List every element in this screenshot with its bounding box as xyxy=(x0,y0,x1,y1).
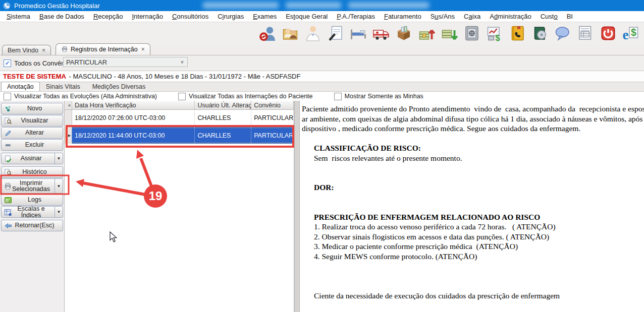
tab-bem-vindo[interactable]: Bem Vindo× xyxy=(2,45,51,55)
hist-rico-button[interactable]: Histórico xyxy=(1,166,63,178)
view-filter: Mostrar Somente as Minhas xyxy=(334,93,423,100)
cell: PARTICULAR xyxy=(251,110,294,126)
menu-item-sus-ans[interactable]: Sus/Ans xyxy=(426,12,459,21)
document-line: Sem riscos relevantes até o presente mom… xyxy=(302,153,644,163)
tab-registros-de-interna-o[interactable]: Registros de Internação× xyxy=(56,43,150,55)
svg-text:LOG: LOG xyxy=(6,200,10,202)
document-line: PRESCRIÇÃO DE ENFERMAGEM RELACIONADO AO … xyxy=(302,212,644,222)
nfe-icon[interactable]: e$ xyxy=(621,23,641,43)
patient-details: - MASCULINO - 48 Anos, 10 Meses e 18 Dia… xyxy=(67,73,300,80)
evolution-text-panel[interactable]: Paciente admitido proveniente do Pronto … xyxy=(300,101,644,312)
excluir-button[interactable]: Excluir xyxy=(1,139,63,151)
table-row[interactable]: 18/12/2020 07:26:00 UTC-03:00CHARLLESPAR… xyxy=(65,110,294,126)
stock-icon[interactable] xyxy=(394,23,414,43)
view-filter: Visualizar Todas as Evoluções (Alta Admi… xyxy=(4,93,157,100)
phonebook-icon[interactable] xyxy=(507,23,527,43)
document-line xyxy=(302,271,644,281)
convenio-filter-row: ✓ Todos os Convênios PARTICULAR ▼ xyxy=(0,55,644,71)
menu-item-faturamento[interactable]: Faturamento xyxy=(380,12,426,21)
billing-up-icon[interactable] xyxy=(416,23,437,43)
document-line xyxy=(302,134,644,144)
button-label: Retornar(Esc) xyxy=(10,222,55,229)
document-line xyxy=(302,261,644,271)
menu-item-estoque-geral[interactable]: Estoque Geral xyxy=(281,12,332,21)
checkbox[interactable] xyxy=(178,93,186,100)
button-label: Assinar xyxy=(16,155,49,162)
panel-splitter[interactable] xyxy=(294,101,300,312)
document-line: 3. Medicar o paciente conforme prescriçã… xyxy=(302,241,644,252)
patient-sync-icon[interactable] xyxy=(257,23,278,43)
all-convenios-checkbox[interactable]: ✓ xyxy=(4,59,11,67)
menu-item-interna-o[interactable]: Internação xyxy=(127,12,167,21)
doctor-icon[interactable] xyxy=(303,23,323,43)
reception-icon[interactable] xyxy=(280,23,300,43)
menu-item-administra-o[interactable]: Administração xyxy=(485,12,535,21)
print-icon xyxy=(4,182,12,190)
safe-icon[interactable] xyxy=(462,23,482,43)
delete-icon xyxy=(4,141,12,149)
printer-icon xyxy=(61,45,68,54)
view-filter: Visualizar Todas as Internações do Pacie… xyxy=(178,93,313,100)
menu-item-exames[interactable]: Exames xyxy=(248,12,281,21)
document-line: ar ambiente, com queixas de algia abdomi… xyxy=(302,114,644,124)
manual-book-icon[interactable] xyxy=(530,23,550,43)
ambulance-icon[interactable] xyxy=(371,23,391,43)
button-label: Excluir xyxy=(20,142,44,148)
menu-item-recep-o[interactable]: Recepção xyxy=(89,12,128,21)
checkbox-label: Mostrar Somente as Minhas xyxy=(345,93,423,100)
menu-item-caixa[interactable]: Caixa xyxy=(459,12,485,21)
visualizar-button[interactable]: Visualizar xyxy=(1,115,63,127)
document-line: dispositivo , medicado conforme prescriç… xyxy=(302,123,644,134)
novo-button[interactable]: Novo xyxy=(1,103,63,114)
retornar-esc--button[interactable]: Retornar(Esc) xyxy=(1,220,63,231)
record-sub-tabs: AnotaçãoSinais VitaisMedições Diversas xyxy=(0,82,644,92)
scales-icon xyxy=(4,208,12,216)
convenio-dropdown[interactable]: PARTICULAR ▼ xyxy=(63,57,188,67)
logs-button[interactable]: ACTLOGLogs xyxy=(1,194,63,206)
contract-icon[interactable] xyxy=(326,23,346,43)
menu-item-p-a-terapias[interactable]: P.A./Terapias xyxy=(332,12,380,21)
payable-down-icon[interactable] xyxy=(439,23,459,43)
menu-item-base-de-dados[interactable]: Base de Dados xyxy=(35,12,89,21)
assinar-button[interactable]: Assinar▼ xyxy=(1,153,63,164)
dropdown-arrow-icon[interactable]: ▼ xyxy=(55,153,63,164)
app-phone-icon xyxy=(3,2,11,10)
checkbox[interactable] xyxy=(4,93,11,100)
checkbox-label: Visualizar Todas as Evoluções (Alta Admi… xyxy=(14,93,157,100)
menu-bar: SistemaBase de DadosRecepçãoInternaçãoCo… xyxy=(0,11,644,22)
close-icon[interactable]: × xyxy=(42,47,45,54)
column-header-3[interactable]: Convênio xyxy=(251,101,294,109)
menu-item-custo[interactable]: Custo xyxy=(536,12,562,21)
menu-item-cirurgias[interactable]: Cirurgias xyxy=(213,12,248,21)
subtab-sinais-vitais[interactable]: Sinais Vitais xyxy=(40,82,86,91)
checkbox[interactable] xyxy=(334,93,342,100)
escalas-e-ndices-button[interactable]: Escalas e Índices▼ xyxy=(1,206,63,218)
imprimir-selecionadas-button[interactable]: Imprimir Selecionadas▼ xyxy=(1,178,63,194)
column-header-2[interactable]: Usuário Últ. Alteração xyxy=(195,101,251,109)
history-icon xyxy=(4,168,12,176)
grid-header-row: ∗Data Hora VerificaçãoUsuário Últ. Alter… xyxy=(65,101,294,110)
document-line: 1. Realizar troca do acesso venoso perif… xyxy=(302,222,644,232)
menu-item-consult-rios[interactable]: Consultórios xyxy=(168,12,213,21)
content-area: NovoVisualizarAlterarExcluirAssinar▼Hist… xyxy=(0,101,644,312)
column-header-1[interactable]: Data Hora Verificação xyxy=(72,101,195,109)
dropdown-arrow-icon[interactable]: ▼ xyxy=(55,207,63,217)
view-icon xyxy=(4,117,12,125)
svg-text:e: e xyxy=(623,27,629,42)
hospital-bed-icon[interactable] xyxy=(348,23,368,43)
power-off-icon[interactable] xyxy=(598,23,618,43)
alterar-button[interactable]: Alterar xyxy=(1,127,63,139)
finance-chart-icon[interactable]: $ xyxy=(485,23,505,43)
subtab-anota-o[interactable]: Anotação xyxy=(1,82,40,91)
records-grid: ∗Data Hora VerificaçãoUsuário Últ. Alter… xyxy=(65,101,294,312)
menu-item-sistema[interactable]: Sistema xyxy=(2,12,35,21)
menu-item-bi[interactable]: BI xyxy=(562,12,577,21)
dropdown-arrow-icon[interactable]: ▼ xyxy=(55,179,63,193)
document-line: 2. Observar sinais flogisticos em acesso… xyxy=(302,232,644,242)
table-row[interactable]: ▶18/12/2020 11:44:00 UTC-03:00CHARLLESPA… xyxy=(65,127,294,144)
subtab-medi-es-diversas[interactable]: Medições Diversas xyxy=(86,82,152,91)
close-icon[interactable]: × xyxy=(141,46,145,53)
invoice-icon[interactable] xyxy=(575,23,596,43)
chat-icon[interactable] xyxy=(553,23,573,43)
button-label: Visualizar xyxy=(16,117,48,124)
